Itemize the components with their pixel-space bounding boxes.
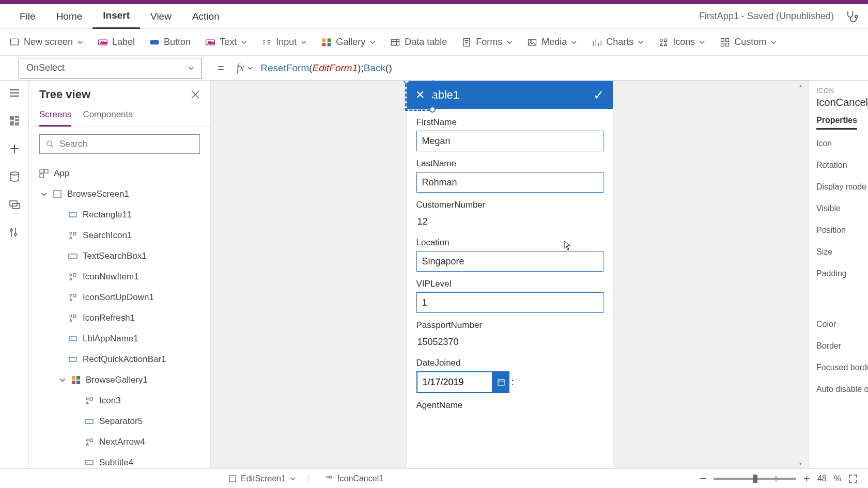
data-icon[interactable] bbox=[8, 170, 21, 183]
menu-view[interactable]: View bbox=[140, 4, 182, 29]
tree-node-iconnew[interactable]: IconNewItem1 bbox=[29, 266, 210, 287]
control-icon bbox=[68, 293, 78, 302]
zoom-thumb[interactable] bbox=[753, 475, 757, 483]
expand-icon[interactable] bbox=[59, 376, 66, 384]
svg-rect-43 bbox=[72, 376, 75, 380]
tree-node-textsearch[interactable]: TextSearchBox1 bbox=[29, 246, 210, 266]
lastname-input[interactable] bbox=[416, 172, 603, 193]
canvas-scrollbar[interactable]: ▴ ▾ bbox=[799, 83, 807, 466]
fit-screen-icon[interactable] bbox=[848, 474, 858, 483]
svg-rect-28 bbox=[44, 169, 48, 173]
hamburger-icon[interactable] bbox=[8, 87, 21, 99]
fx-indicator[interactable]: fx bbox=[237, 62, 253, 74]
svg-rect-29 bbox=[40, 174, 43, 178]
location-input[interactable] bbox=[416, 251, 603, 272]
prop-color[interactable]: Color bbox=[816, 320, 868, 329]
canvas[interactable]: ✕ able1 ✓ FirstName LastName CustomerNum… bbox=[211, 81, 809, 468]
tree-node-rectangle[interactable]: Rectangle11 bbox=[29, 204, 210, 225]
location-label: Location bbox=[416, 238, 603, 248]
firstname-input[interactable] bbox=[416, 131, 603, 151]
tab-properties[interactable]: Properties bbox=[816, 116, 857, 130]
close-icon[interactable] bbox=[191, 90, 200, 99]
button-button[interactable]: Button bbox=[149, 37, 191, 48]
property-selector[interactable]: OnSelect bbox=[19, 58, 202, 78]
data-table-icon bbox=[390, 37, 400, 48]
calendar-button[interactable] bbox=[493, 371, 509, 393]
new-screen-icon bbox=[9, 37, 20, 48]
menu-file[interactable]: File bbox=[9, 4, 46, 29]
forms-button[interactable]: Forms bbox=[461, 37, 513, 48]
submit-icon[interactable]: ✓ bbox=[593, 87, 605, 103]
search-input[interactable] bbox=[59, 139, 193, 149]
icons-button[interactable]: Icons bbox=[658, 37, 705, 48]
media-rail-icon[interactable] bbox=[8, 198, 21, 211]
svg-point-47 bbox=[86, 398, 88, 400]
menu-action[interactable]: Action bbox=[182, 4, 230, 29]
tree-node-app[interactable]: App bbox=[29, 163, 210, 184]
prop-auto-disable[interactable]: Auto disable o bbox=[816, 385, 868, 394]
control-icon bbox=[68, 231, 78, 240]
expand-icon[interactable] bbox=[40, 191, 48, 198]
prop-display-mode[interactable]: Display mode bbox=[816, 182, 868, 192]
tab-screens[interactable]: Screens bbox=[39, 106, 71, 127]
breadcrumb-editscreen[interactable]: EditScreen1 bbox=[228, 474, 296, 483]
menu-home[interactable]: Home bbox=[46, 4, 93, 29]
prop-focused-border[interactable]: Focused borde bbox=[816, 363, 868, 372]
new-screen-button[interactable]: New screen bbox=[9, 37, 83, 48]
tab-components[interactable]: Components bbox=[83, 106, 132, 127]
app-checker-icon[interactable] bbox=[844, 9, 859, 24]
charts-button[interactable]: Charts bbox=[592, 37, 644, 48]
prop-position[interactable]: Position bbox=[816, 226, 868, 235]
tree-node-rectquick[interactable]: RectQuickActionBar1 bbox=[29, 349, 210, 370]
tree-node-iconsort[interactable]: IconSortUpDown1 bbox=[29, 287, 210, 308]
insert-icon[interactable] bbox=[8, 143, 21, 155]
custom-label: Custom bbox=[734, 37, 766, 48]
tree-view-icon[interactable] bbox=[8, 115, 21, 127]
zoom-pct: % bbox=[834, 474, 841, 483]
custom-button[interactable]: Custom bbox=[720, 37, 777, 48]
text-button[interactable]: Abc Text bbox=[205, 37, 247, 48]
tree-node-nextarrow[interactable]: NextArrow4 bbox=[29, 432, 210, 452]
zoom-slider[interactable] bbox=[714, 478, 796, 480]
tree-node-separator[interactable]: Separator5 bbox=[29, 411, 210, 432]
tree-node-subtitle[interactable]: Subtitle4 bbox=[29, 452, 210, 468]
formula-input[interactable]: ResetForm(EditForm1);Back() bbox=[260, 62, 392, 74]
phone-preview[interactable]: ✕ able1 ✓ FirstName LastName CustomerNum… bbox=[407, 81, 613, 468]
svg-point-55 bbox=[327, 476, 329, 478]
zoom-out-button[interactable]: − bbox=[700, 472, 706, 485]
zoom-in-button[interactable]: + bbox=[803, 472, 810, 485]
tree-label: LblAppName1 bbox=[83, 334, 138, 344]
tree-node-browsescreen[interactable]: BrowseScreen1 bbox=[29, 184, 210, 204]
tree-node-iconrefresh[interactable]: IconRefresh1 bbox=[29, 308, 210, 328]
settings-rail-icon[interactable] bbox=[8, 226, 21, 239]
prop-rotation[interactable]: Rotation bbox=[816, 161, 868, 170]
media-button[interactable]: Media bbox=[527, 37, 577, 48]
tree-node-lblapp[interactable]: LblAppName1 bbox=[29, 328, 210, 349]
prop-size[interactable]: Size bbox=[816, 247, 868, 257]
cancel-icon[interactable]: ✕ bbox=[415, 88, 425, 102]
svg-point-24 bbox=[10, 229, 12, 231]
prop-icon[interactable]: Icon bbox=[816, 139, 868, 148]
tree-node-gallery[interactable]: BrowseGallery1 bbox=[29, 370, 210, 390]
scroll-up-icon[interactable]: ▴ bbox=[799, 83, 802, 88]
data-table-button[interactable]: Data table bbox=[390, 37, 447, 48]
scroll-down-icon[interactable]: ▾ bbox=[799, 461, 802, 466]
tree-view-panel: Tree view Screens Components App BrowseS… bbox=[29, 81, 211, 468]
gallery-button[interactable]: Gallery bbox=[321, 37, 376, 48]
tree-node-searchicon[interactable]: SearchIcon1 bbox=[29, 225, 210, 246]
label-button[interactable]: Abc Label bbox=[98, 37, 135, 48]
screen-icon bbox=[53, 190, 62, 199]
tree-node-icon3[interactable]: Icon3 bbox=[29, 390, 210, 411]
input-button[interactable]: Input bbox=[261, 37, 307, 48]
date-input[interactable] bbox=[416, 371, 493, 393]
prop-visible[interactable]: Visible bbox=[816, 204, 868, 213]
form-body: FirstName LastName CustomerNumber 12 Loc… bbox=[407, 109, 613, 439]
prop-padding[interactable]: Padding bbox=[816, 269, 868, 278]
prop-border[interactable]: Border bbox=[816, 341, 868, 351]
chevron-down-icon bbox=[770, 39, 777, 45]
vip-input[interactable] bbox=[416, 292, 603, 313]
forms-label: Forms bbox=[476, 37, 502, 48]
breadcrumb-iconcancel[interactable]: IconCancel1 bbox=[325, 474, 383, 483]
menu-insert[interactable]: Insert bbox=[92, 4, 140, 29]
tree-search[interactable] bbox=[39, 134, 200, 154]
